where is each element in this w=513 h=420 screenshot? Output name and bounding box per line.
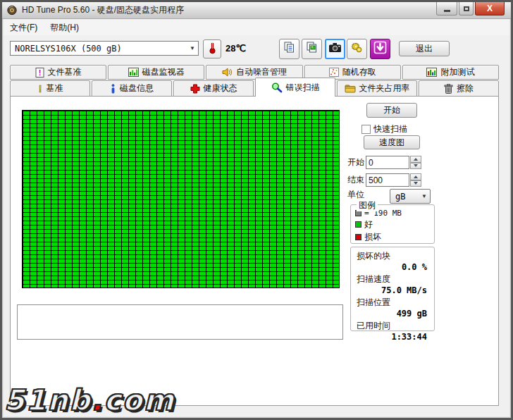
exit-button-label: 退出 <box>416 43 433 55</box>
copy-text-icon <box>283 42 295 56</box>
minimize-button[interactable] <box>436 2 457 16</box>
tab-disk-monitor[interactable]: 磁盘监视器 <box>108 65 204 80</box>
spin-down-icon <box>414 164 418 167</box>
end-position-input[interactable] <box>366 173 409 187</box>
close-button[interactable]: X <box>475 2 505 16</box>
end-spin-down-button[interactable] <box>410 180 421 187</box>
scan-stats-group: 损坏的块 0.0 % 扫描速度 75.0 MB/s 扫描位置 499 gB 已用… <box>350 247 435 331</box>
speaker-icon <box>222 68 233 77</box>
tab-label: 文件基准 <box>48 66 82 78</box>
legend-item-damaged: 损坏 <box>351 230 434 243</box>
tab-row-1: ! 文件基准 磁盘监视器 自动噪音管理 随机存取 附加测试 <box>10 65 499 80</box>
tab-folder-usage[interactable]: 文件夹占用率 <box>337 80 417 97</box>
copy-text-button[interactable] <box>279 39 299 59</box>
legend-item-label: 好 <box>364 218 373 230</box>
erase-trash-icon <box>444 84 453 94</box>
copy-image-icon <box>306 42 318 56</box>
tab-disk-info[interactable]: 磁盘信息 <box>92 80 172 97</box>
elapsed-time-label: 已用时间 <box>351 320 434 332</box>
tab-label: 磁盘信息 <box>120 82 154 94</box>
options-button[interactable] <box>347 39 367 59</box>
tab-label: 文件夹占用率 <box>359 82 410 94</box>
legend-item-label: 损坏 <box>364 231 381 243</box>
tab-extra-tests[interactable]: 附加测试 <box>402 65 499 80</box>
close-icon: X <box>487 4 493 13</box>
benchmark-icon: ! <box>37 84 43 94</box>
scan-position-label: 扫描位置 <box>351 297 434 309</box>
tab-benchmark[interactable]: ! 基准 <box>10 80 90 97</box>
scan-block-map <box>22 110 340 288</box>
legend-group: 图例 = 190 MB 好 损坏 <box>350 204 435 244</box>
save-download-icon <box>373 41 387 57</box>
start-spin-down-button[interactable] <box>410 163 421 170</box>
save-button[interactable] <box>370 39 390 59</box>
temperature-button[interactable] <box>203 39 221 58</box>
svg-text:!: ! <box>38 68 41 77</box>
tab-erase[interactable]: 擦除 <box>419 80 499 97</box>
tab-label: 自动噪音管理 <box>236 66 287 78</box>
title-bar[interactable]: HD Tune Pro 5.60 - 硬盘/固态硬盘实用程序 X <box>2 2 511 19</box>
damaged-swatch <box>355 234 361 240</box>
menu-bar: 文件(F) 帮助(H) <box>4 20 509 35</box>
temperature-value: 28℃ <box>225 43 246 54</box>
drive-select[interactable]: NORELSYS106X (500 gB) ▼ <box>10 41 199 56</box>
screenshot-button[interactable] <box>325 39 345 59</box>
exit-button[interactable]: 退出 <box>399 41 450 56</box>
quick-scan-label: 快速扫描 <box>373 123 407 135</box>
spin-up-icon <box>414 175 418 178</box>
watermark-dot: . <box>92 383 104 417</box>
chevron-down-icon: ▼ <box>419 193 430 199</box>
copy-image-button[interactable] <box>302 39 322 59</box>
start-position-input[interactable] <box>366 156 409 169</box>
disk-info-icon <box>110 84 116 94</box>
tab-label: 随机存取 <box>342 66 376 78</box>
minimize-icon <box>444 10 450 12</box>
menu-file[interactable]: 文件(F) <box>4 20 44 36</box>
quick-scan-checkbox[interactable] <box>361 125 371 134</box>
watermark: 51nb.com <box>4 383 175 417</box>
tab-label: 磁盘监视器 <box>142 66 185 78</box>
app-icon <box>6 5 18 16</box>
health-cross-icon <box>190 84 200 94</box>
app-window: HD Tune Pro 5.60 - 硬盘/固态硬盘实用程序 X 文件(F) 帮… <box>0 0 513 420</box>
spin-up-icon <box>414 158 418 161</box>
maximize-button[interactable] <box>459 2 474 16</box>
file-benchmark-icon: ! <box>35 68 44 78</box>
unit-select[interactable]: gB ▼ <box>390 189 431 204</box>
tab-label: 附加测试 <box>440 66 474 78</box>
end-spin-up-button[interactable] <box>410 173 421 180</box>
good-swatch <box>355 221 361 228</box>
scan-speed-value: 75.0 MB/s <box>351 285 434 295</box>
tab-row-2: ! 基准 磁盘信息 健康状态 错误扫描 文件夹占用率 擦除 <box>10 80 499 97</box>
chevron-down-icon: ▼ <box>187 45 198 51</box>
folder-usage-icon <box>345 84 356 93</box>
tab-file-benchmark[interactable]: ! 文件基准 <box>10 65 106 80</box>
maximize-icon <box>464 6 469 11</box>
scan-results-box <box>17 304 343 340</box>
tab-health[interactable]: 健康状态 <box>173 80 254 97</box>
legend-title: 图例 <box>357 199 378 211</box>
damaged-blocks-value: 0.0 % <box>351 262 434 272</box>
scan-position-value: 499 gB <box>351 309 434 319</box>
options-gears-icon <box>351 42 363 56</box>
tab-error-scan[interactable]: 错误扫描 <box>255 78 335 97</box>
speed-map-label: 速度图 <box>379 137 404 149</box>
scan-speed-label: 扫描速度 <box>351 273 434 285</box>
end-position-label: 结束 <box>347 174 366 186</box>
menu-help[interactable]: 帮助(H) <box>44 20 85 36</box>
start-scan-button[interactable]: 开始 <box>366 103 417 118</box>
speed-map-button[interactable]: 速度图 <box>364 135 420 149</box>
extra-tests-icon <box>426 68 437 77</box>
elapsed-time-value: 1:33:44 <box>351 332 434 342</box>
window-title: HD Tune Pro 5.60 - 硬盘/固态硬盘实用程序 <box>22 4 184 16</box>
disk-monitor-icon <box>128 68 139 77</box>
tab-label: 错误扫描 <box>286 82 320 94</box>
spin-down-icon <box>414 182 418 185</box>
tab-label: 健康状态 <box>204 82 237 94</box>
tab-label: 基准 <box>47 82 63 94</box>
drive-select-value: NORELSYS106X (500 gB) <box>11 44 187 54</box>
thermometer-icon <box>209 41 216 57</box>
start-position-label: 开始 <box>347 156 366 168</box>
damaged-blocks-label: 损坏的块 <box>351 250 434 262</box>
start-spin-up-button[interactable] <box>410 156 421 163</box>
